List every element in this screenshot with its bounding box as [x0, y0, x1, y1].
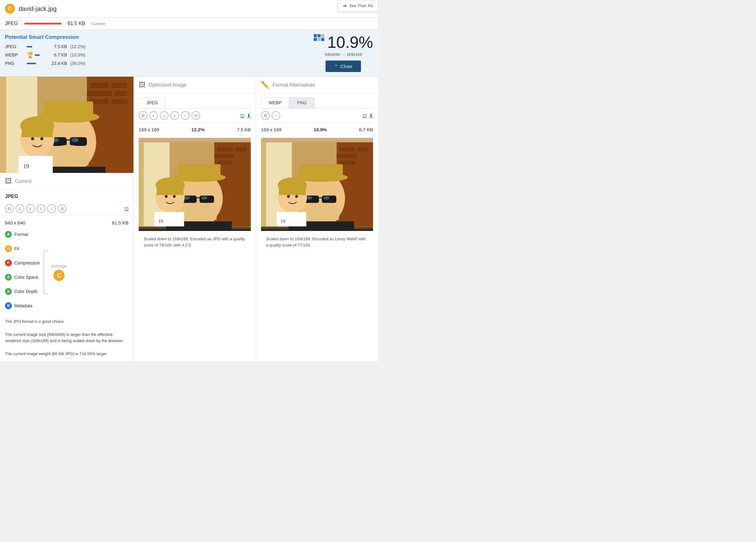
smart-title: Potential Smart Compression	[5, 34, 304, 40]
svg-rect-39	[178, 164, 221, 179]
grade-badge-metadata: B	[5, 302, 12, 309]
smart-jpeg-label: JPEG	[5, 44, 24, 49]
svg-point-78	[295, 195, 298, 198]
smart-jpeg-size: 7.5 KB	[48, 44, 67, 49]
current-col-header: 🖼 Current	[0, 173, 133, 190]
svg-rect-9	[0, 77, 6, 173]
average-label: Average	[51, 264, 67, 269]
smart-webp-pct: (10.9%)	[70, 52, 89, 57]
svg-point-69	[306, 196, 312, 200]
format-label: JPEG	[5, 21, 18, 26]
grade-label-metadata: Metadata	[14, 303, 32, 308]
svg-rect-59	[337, 154, 356, 158]
current-icon-row: ♻ ε ε ε ○ ⊘ ⊡	[5, 202, 128, 216]
smart-jpeg-pct: (12.2%)	[70, 44, 89, 49]
svg-rect-65	[300, 164, 343, 179]
icon-e3: ε	[37, 204, 45, 213]
tab-jpeg[interactable]: JPEG	[139, 97, 166, 108]
svg-rect-33	[214, 154, 234, 158]
svg-text:19: 19	[281, 219, 286, 224]
close-button[interactable]: ⌃ Close	[326, 61, 361, 72]
svg-rect-4	[87, 91, 112, 96]
download-link-alt[interactable]: ⬇	[369, 113, 373, 119]
icon-e2: ε	[26, 204, 35, 213]
current-image-svg: 19	[0, 77, 133, 173]
current-label: Current	[92, 21, 105, 26]
size-label: 61.5 KB	[68, 21, 85, 26]
grade-badge-format: A	[5, 231, 12, 238]
svg-rect-3	[112, 83, 127, 88]
tab-webp[interactable]: WEBP	[261, 97, 289, 108]
grade-label-colordepth: Color Depth	[14, 289, 38, 294]
optimized-col-header: 🖼 Optimized Image	[134, 77, 256, 94]
alternatives-pct: 10.9%	[314, 127, 327, 132]
brace-average: Average C	[43, 231, 67, 314]
icon-e5: ε	[160, 111, 169, 120]
svg-rect-34	[217, 161, 233, 165]
open-link-optimized[interactable]: ⊡	[240, 113, 244, 119]
icon-circle3: ○	[272, 111, 280, 120]
current-col-body: JPEG ♻ ε ε ε ○ ⊘ ⊡ 640 x 640 61.5 KB A F…	[0, 190, 133, 361]
filename-label: david-jack.jpg	[19, 5, 56, 12]
smart-row-webp: WEBP 🏆 6.7 KB (10.9%)	[5, 52, 304, 58]
col-current: 19 🖼 Current JPEG ♻ ε ε ε ○ ⊘ ⊡ 640 x 64…	[0, 77, 134, 361]
icon-circle2: ○	[181, 111, 190, 120]
svg-rect-42	[196, 197, 200, 199]
smart-row-png: PNG 23.4 KB (38.0%)	[5, 61, 304, 66]
svg-point-26	[40, 137, 43, 140]
svg-rect-36	[139, 142, 144, 227]
svg-point-18	[71, 138, 79, 142]
size-bar	[24, 23, 61, 25]
smart-png-bar	[27, 63, 36, 64]
alternatives-tab-row: WEBP PNG	[261, 97, 373, 109]
avatar: C	[5, 4, 15, 14]
svg-point-43	[184, 196, 190, 200]
svg-rect-20	[48, 154, 88, 165]
grid-cell	[314, 38, 317, 41]
smart-dims: 640x640 → 169x169	[325, 52, 362, 57]
open-link-alt[interactable]: ⊡	[362, 113, 367, 119]
smart-compression-panel: Potential Smart Compression JPEG 7.5 KB …	[0, 30, 378, 77]
svg-rect-5	[115, 91, 127, 96]
current-dims: 640 x 640	[5, 220, 25, 225]
alternatives-icon-row: ♻ ○ ⊡ ⬇	[261, 109, 373, 123]
smart-png-bar-wrapper	[27, 63, 45, 64]
svg-rect-72	[304, 211, 339, 220]
svg-rect-68	[318, 197, 322, 199]
grid-icon	[314, 34, 324, 41]
smart-right: 10.9% 640x640 → 169x169 ⌃ Close	[314, 34, 373, 72]
grade-metadata: B Metadata	[5, 302, 40, 309]
optimized-link-group: ⊡ ⬇	[240, 113, 251, 119]
alternatives-image-svg: 19	[261, 138, 373, 231]
optimized-col-body: JPEG ♻ ε ε ε ○ ⊘ ⊡ ⬇ 169 x 169 12.2% 7.5…	[134, 94, 256, 254]
tab-png[interactable]: PNG	[289, 97, 314, 108]
icon-e6: ε	[170, 111, 179, 120]
icon-e1: ε	[16, 204, 24, 213]
icon-e4: ε	[149, 111, 158, 120]
brace	[43, 251, 48, 294]
svg-rect-2	[90, 83, 109, 88]
svg-point-44	[201, 196, 207, 200]
svg-point-70	[323, 196, 330, 200]
desc-p1: The JPG format is a good choice.	[5, 318, 128, 325]
svg-point-25	[31, 137, 34, 140]
columns-container: 19 🖼 Current JPEG ♻ ε ε ε ○ ⊘ ⊡ 640 x 64…	[0, 77, 378, 361]
smart-webp-size: 6.7 KB	[48, 52, 67, 57]
grade-format: A Format	[5, 231, 40, 238]
alternatives-caption: Scaled down to 169x169. Encoded as Lossy…	[261, 233, 373, 251]
smart-webp-bar-wrapper: 🏆	[27, 52, 45, 58]
image-icon: 🖼	[5, 177, 12, 185]
download-link-optimized[interactable]: ⬇	[247, 113, 251, 119]
grade-colorspace: A Color Space	[5, 274, 40, 281]
open-link[interactable]: ⊡	[124, 206, 128, 212]
smart-jpeg-bar-wrapper	[27, 46, 45, 47]
desc-text: The JPG format is a good choice. The cur…	[5, 318, 128, 357]
smart-png-size: 23.4 KB	[48, 61, 67, 66]
svg-text:19: 19	[23, 163, 29, 169]
see-their-pic-button[interactable]: ➜ See Their Pic	[338, 0, 378, 11]
svg-rect-41	[200, 196, 214, 203]
chevron-up-icon: ⌃	[334, 64, 338, 69]
trophy-icon: 🏆	[27, 52, 34, 58]
svg-rect-31	[217, 147, 233, 151]
grade-fit: D Fit	[5, 245, 40, 252]
